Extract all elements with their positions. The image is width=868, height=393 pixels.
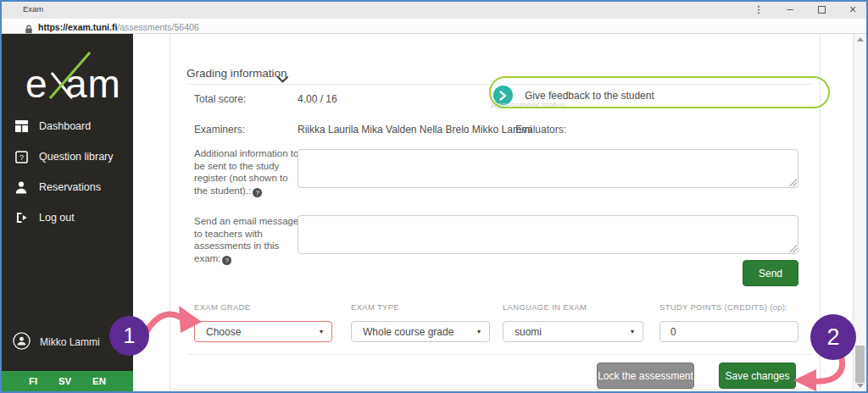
window-controls: ⋮ – × xyxy=(754,0,858,19)
maximize-box xyxy=(818,6,826,14)
study-points-label: STUDY POINTS (CREDITS) (op): xyxy=(659,302,787,312)
study-points-input[interactable] xyxy=(659,321,798,342)
scroll-down-icon[interactable] xyxy=(857,384,864,388)
question-library-icon: ? xyxy=(14,150,28,163)
address-bar[interactable]: https://exam.tuni.fi/assessments/56406 xyxy=(0,19,868,34)
window-title: Exam xyxy=(23,4,43,14)
examiners-label: Examiners: xyxy=(194,124,245,136)
total-score-label: Total score: xyxy=(194,93,246,105)
assessment-status-label: Assessment status: xyxy=(491,100,568,110)
annotation-step-1: 1 xyxy=(109,316,149,356)
help-icon[interactable]: ? xyxy=(222,256,231,265)
scrollbar-thumb[interactable] xyxy=(855,346,865,383)
resize-handle-icon[interactable] xyxy=(789,245,797,252)
total-score-value: 4.00 / 16 xyxy=(298,93,337,105)
send-button[interactable]: Send xyxy=(743,260,798,286)
caret-down-icon: ▾ xyxy=(631,328,634,335)
exam-grade-select[interactable]: Choose ▾ xyxy=(194,321,332,342)
teacher-email-label: Send an email message to teachers with a… xyxy=(194,215,301,265)
sidebar-item-label: Question library xyxy=(39,151,114,163)
divider xyxy=(186,354,813,355)
sidebar-nav: Dashboard ? Question library Reservation… xyxy=(0,116,133,238)
language-en[interactable]: EN xyxy=(92,376,106,386)
caret-down-icon: ▾ xyxy=(477,328,481,335)
avatar-icon xyxy=(13,332,31,352)
help-icon[interactable]: ? xyxy=(253,188,262,197)
exam-logo: e am xyxy=(25,47,125,102)
register-info-field-wrap xyxy=(298,149,798,188)
language-fi[interactable]: FI xyxy=(29,376,37,386)
title-bar: Exam ⋮ – × xyxy=(0,0,868,19)
close-icon[interactable]: × xyxy=(848,3,858,16)
logout-icon xyxy=(14,211,28,224)
teacher-email-field-wrap xyxy=(298,215,798,254)
sidebar-item-reservations[interactable]: Reservations xyxy=(0,177,133,197)
exam-type-label: EXAM TYPE xyxy=(351,302,399,312)
person-icon xyxy=(14,180,28,194)
examiners-value: Riikka Laurila Mika Valden Nella Brelo M… xyxy=(298,124,532,136)
scroll-up-icon[interactable] xyxy=(857,37,864,42)
lock-icon xyxy=(25,22,33,37)
exam-type-select[interactable]: Whole course grade ▾ xyxy=(351,321,490,342)
register-info-label: Additional information to be sent to the… xyxy=(194,147,301,197)
evaluators-label: Evaluators: xyxy=(515,124,566,136)
language-sv[interactable]: SV xyxy=(58,376,71,386)
section-title: Grading information xyxy=(186,67,287,80)
divider xyxy=(186,84,813,85)
save-changes-button[interactable]: Save changes xyxy=(719,363,796,389)
url-text: https://exam.tuni.fi/assessments/56406 xyxy=(38,22,199,32)
minimize-icon[interactable]: – xyxy=(785,5,795,14)
language-bar: FI SV EN xyxy=(0,371,133,391)
sidebar: e am Dashboard ? Question library xyxy=(0,34,133,371)
caret-down-icon: ▾ xyxy=(320,328,323,335)
dashboard-icon xyxy=(14,119,28,133)
maximize-icon[interactable] xyxy=(816,2,826,17)
annotation-step-2: 2 xyxy=(810,314,856,360)
resize-handle-icon[interactable] xyxy=(789,179,797,186)
browser-menu-icon[interactable]: ⋮ xyxy=(754,4,764,15)
lock-assessment-button[interactable]: Lock the assessment xyxy=(597,363,694,389)
sidebar-item-label: Reservations xyxy=(39,181,101,193)
logo-text-right: am xyxy=(65,69,121,100)
url-host: https://exam.tuni.fi xyxy=(38,22,117,32)
sidebar-item-label: Dashboard xyxy=(39,120,91,132)
teacher-email-textarea[interactable] xyxy=(298,215,798,254)
sidebar-item-label: Log out xyxy=(39,212,75,224)
language-in-exam-label: LANGUAGE IN EXAM xyxy=(503,302,587,312)
url-path: /assessments/56406 xyxy=(117,22,198,32)
svg-text:?: ? xyxy=(19,152,24,161)
browser-window: Exam ⋮ – × https://exam.tuni.fi/assessme… xyxy=(0,0,868,393)
grading-panel: Grading information Total score: 4.00 / … xyxy=(170,34,821,390)
register-info-textarea[interactable] xyxy=(298,149,798,188)
exam-grade-label: EXAM GRADE xyxy=(194,302,250,312)
sidebar-item-logout[interactable]: Log out xyxy=(0,208,133,228)
sidebar-item-dashboard[interactable]: Dashboard xyxy=(0,116,133,136)
user-name: Mikko Lammi xyxy=(40,336,100,348)
language-select[interactable]: suomi ▾ xyxy=(503,321,643,342)
sidebar-item-question-library[interactable]: ? Question library xyxy=(0,147,133,167)
